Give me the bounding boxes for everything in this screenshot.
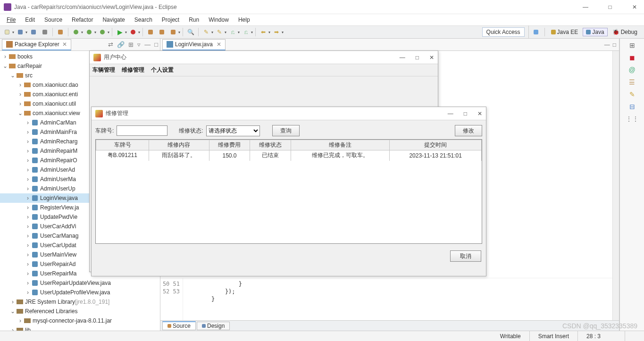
tree-item[interactable]: ›JRE System Library [jre1.8.0_191] — [0, 297, 160, 307]
close-editor-icon[interactable]: ✕ — [217, 41, 221, 48]
run-last-icon[interactable]: ▶ — [115, 27, 125, 37]
menu-navigate[interactable]: Navigate — [98, 17, 129, 23]
view-menu-icon[interactable]: ▿ — [137, 41, 141, 48]
toggle-mark-icon[interactable]: ⎌ — [227, 27, 238, 37]
uc-close-button[interactable]: ✕ — [429, 54, 434, 61]
menu-edit[interactable]: Edit — [20, 17, 40, 23]
minimize-button[interactable]: — — [580, 4, 591, 10]
stop-icon[interactable] — [128, 27, 138, 37]
source-tab[interactable]: Source — [162, 321, 196, 330]
design-tab[interactable]: Design — [197, 322, 230, 330]
line-gutter: 50 51 52 53 — [160, 278, 183, 320]
open-perspective-icon[interactable] — [532, 29, 540, 35]
user-center-title: 用户中心 — [104, 53, 126, 61]
tree-item[interactable]: ›mysql-connector-java-8.0.11.jar — [0, 316, 160, 325]
menu-refactor[interactable]: Refactor — [67, 17, 98, 23]
table-header[interactable]: 提交时间 — [390, 140, 482, 150]
rm-close-button[interactable]: ✕ — [477, 110, 482, 117]
tree-item[interactable]: ⌄Referenced Libraries — [0, 307, 160, 316]
minimize-editor-icon[interactable]: — — [604, 42, 610, 48]
search-icon[interactable]: 🔍 — [185, 27, 196, 37]
table-header[interactable]: 维修备注 — [291, 140, 390, 150]
task-icon[interactable]: ✎ — [214, 27, 225, 37]
new-class-icon[interactable] — [157, 27, 167, 37]
structure-icon[interactable]: ⋮⋮ — [626, 115, 639, 123]
tree-item[interactable]: ›UserRepairUpdateView.java — [0, 278, 160, 288]
close-button[interactable]: ✕ — [629, 4, 640, 10]
tree-item[interactable]: ›lib — [0, 325, 160, 331]
user-center-titlebar[interactable]: 用户中心 — □ ✕ — [90, 51, 438, 64]
save-all-icon[interactable] — [28, 27, 39, 37]
restore-icon[interactable]: ⊞ — [629, 42, 635, 49]
menu-help[interactable]: Help — [234, 17, 255, 23]
collapse-all-icon[interactable]: ⇄ — [108, 41, 113, 48]
menu-vehicle[interactable]: 车辆管理 — [92, 66, 115, 74]
save-icon[interactable] — [15, 27, 25, 37]
uc-min-button[interactable]: — — [400, 54, 405, 61]
code-content[interactable]: } }); } — [183, 278, 619, 320]
menu-window[interactable]: Window — [204, 17, 234, 23]
repair-table[interactable]: 车牌号维修内容维修费用维修状态维修备注提交时间粤B.091211雨刮器坏了。15… — [95, 139, 482, 244]
coverage-icon[interactable] — [97, 27, 108, 37]
focus-task-icon[interactable]: ⊞ — [128, 41, 134, 48]
menu-repair[interactable]: 维修管理 — [122, 66, 144, 74]
rm-max-button[interactable]: □ — [464, 110, 467, 117]
print-icon[interactable] — [40, 27, 50, 37]
repair-titlebar[interactable]: 维修管理 — □ ✕ — [92, 107, 486, 120]
menu-file[interactable]: File — [2, 17, 20, 23]
new-icon[interactable] — [2, 27, 12, 37]
perspective-javaee[interactable]: Java EE — [549, 28, 580, 36]
table-header[interactable]: 维修费用 — [209, 140, 250, 150]
table-row[interactable]: 粤B.091211雨刮器坏了。150.0已结束维修已完成，可取车。2023-11… — [96, 150, 482, 161]
menu-run[interactable]: Run — [184, 17, 204, 23]
build-icon[interactable] — [55, 27, 66, 37]
table-header[interactable]: 车牌号 — [96, 140, 149, 150]
perspective-java[interactable]: Java — [583, 28, 607, 36]
java-cup-icon — [93, 54, 101, 61]
table-header[interactable]: 维修状态 — [250, 140, 291, 150]
declaration-icon[interactable]: ☰ — [629, 78, 635, 86]
plate-label: 车牌号: — [95, 127, 114, 135]
maximize-button[interactable]: □ — [604, 4, 616, 10]
tree-item[interactable]: ›UserUpdateProfileView.java — [0, 288, 160, 297]
menu-profile[interactable]: 个人设置 — [151, 66, 174, 74]
annotation-icon[interactable]: ✎ — [201, 27, 211, 37]
watermark: CSDN @qq_3532335389 — [562, 322, 637, 330]
debug-icon[interactable] — [71, 27, 81, 37]
task-list-icon[interactable]: ◼ — [629, 54, 635, 61]
package-explorer-tab[interactable]: Package Explorer ✕ — [2, 39, 71, 50]
menu-source[interactable]: Source — [40, 17, 67, 23]
menu-search[interactable]: Search — [130, 17, 157, 23]
hierarchy-icon[interactable]: ⊟ — [629, 103, 635, 110]
table-header[interactable]: 维修内容 — [149, 140, 209, 150]
search-button[interactable]: 查询 — [272, 125, 300, 136]
new-package-icon[interactable] — [145, 27, 156, 37]
menu-project[interactable]: Project — [157, 17, 184, 23]
editor-tab-loginview[interactable]: LoginView.java ✕ — [162, 39, 226, 50]
right-trim: ⊞ ◼ @ ☰ ✎ ⊟ ⋮⋮ — [619, 39, 644, 331]
link-with-editor-icon[interactable]: 🔗 — [117, 41, 125, 48]
maximize-view-icon[interactable]: □ — [154, 41, 158, 48]
palette-icon[interactable]: ✎ — [629, 91, 635, 98]
editor-scrollbar[interactable] — [612, 51, 619, 320]
link-editor-icon[interactable]: ⎌ — [241, 27, 251, 37]
package-explorer-title: Package Explorer — [15, 41, 59, 48]
perspective-debug[interactable]: 🐞Debug — [611, 28, 639, 36]
back-icon[interactable]: ⬅ — [258, 27, 268, 37]
close-tab-icon[interactable]: ✕ — [62, 41, 67, 48]
modify-button[interactable]: 修改 — [455, 125, 482, 136]
package-explorer-icon — [6, 41, 13, 48]
outline-at-icon[interactable]: @ — [628, 66, 635, 74]
quick-access[interactable]: Quick Access — [482, 27, 525, 37]
status-select[interactable]: 请选择状态 — [206, 125, 260, 136]
maximize-editor-icon[interactable]: □ — [613, 42, 616, 48]
cancel-button[interactable]: 取消 — [450, 250, 481, 262]
plate-input[interactable] — [117, 125, 167, 136]
minimize-view-icon[interactable]: — — [144, 41, 151, 48]
open-type-icon[interactable] — [168, 27, 178, 37]
run-icon[interactable] — [84, 27, 94, 37]
rm-min-button[interactable]: — — [448, 110, 453, 117]
uc-max-button[interactable]: □ — [416, 54, 419, 61]
repair-window-title: 维修管理 — [106, 109, 128, 117]
forward-icon[interactable]: ➡ — [271, 27, 282, 37]
